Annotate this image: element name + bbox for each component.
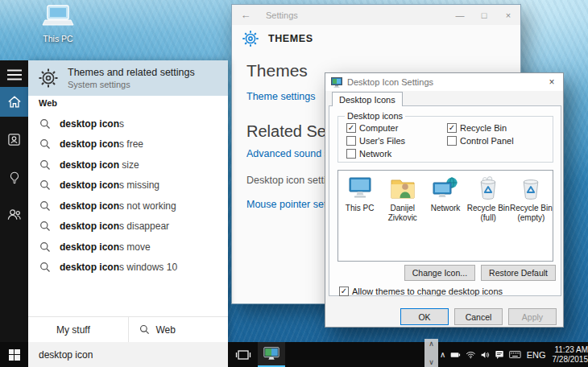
close-icon[interactable]: × bbox=[496, 5, 520, 25]
checkbox-computer[interactable]: ✓ Computer bbox=[346, 123, 398, 133]
settings-window-title: Settings bbox=[266, 10, 448, 20]
suggestion-rest: size bbox=[119, 159, 139, 171]
suggestion-rest: s disappear bbox=[119, 221, 169, 232]
checkbox-mark bbox=[346, 149, 356, 159]
change-icon-button[interactable]: Change Icon... bbox=[404, 265, 475, 281]
minimize-icon[interactable]: — bbox=[448, 5, 472, 25]
search-input[interactable] bbox=[28, 342, 228, 367]
preview-user-files[interactable]: Danijel Zivkovic bbox=[381, 171, 424, 261]
wifi-icon[interactable] bbox=[466, 349, 476, 361]
user-folder-icon bbox=[390, 176, 416, 200]
search-results-panel: Themes and related settings System setti… bbox=[28, 60, 228, 342]
checkbox-mark: ✓ bbox=[447, 123, 457, 133]
preview-this-pc[interactable]: This PC bbox=[338, 171, 381, 261]
theme-settings-link[interactable]: Theme settings bbox=[246, 91, 315, 102]
checkbox-label: Recycle Bin bbox=[460, 123, 507, 133]
task-view-button[interactable] bbox=[230, 342, 256, 367]
web-button[interactable]: Web bbox=[128, 317, 229, 342]
top-result-subtitle: System settings bbox=[68, 80, 195, 89]
suggestion-rest: s move bbox=[119, 241, 151, 253]
suggestion-rest: s missing bbox=[119, 179, 159, 191]
checkbox-control-panel[interactable]: Control Panel bbox=[447, 136, 514, 146]
search-icon bbox=[39, 138, 51, 150]
suggestion-rest: s bbox=[119, 118, 124, 130]
suggestion-bold: desktop icon bbox=[60, 179, 119, 191]
search-suggestion[interactable]: desktop icon size bbox=[28, 155, 228, 175]
chevron-down-icon[interactable]: ∨ bbox=[429, 358, 434, 366]
lightbulb-icon[interactable] bbox=[0, 170, 28, 186]
ok-button[interactable]: OK bbox=[400, 308, 449, 325]
search-icon bbox=[39, 159, 51, 171]
search-suggestion[interactable]: desktop icons free bbox=[28, 134, 228, 154]
gear-icon bbox=[38, 68, 59, 89]
search-panel-footer: My stuff Web bbox=[28, 316, 228, 342]
my-stuff-button[interactable]: My stuff bbox=[28, 317, 128, 342]
close-icon[interactable]: × bbox=[540, 76, 563, 88]
icon-preview-box: This PC Danijel Zivkovic bbox=[337, 170, 553, 262]
scrollbar[interactable]: ∧ ∨ bbox=[424, 339, 438, 367]
checkbox-label: Network bbox=[359, 149, 391, 159]
search-suggestion[interactable]: desktop icons bbox=[28, 114, 228, 134]
settings-header-title: THEMES bbox=[268, 33, 313, 44]
display-settings-icon bbox=[263, 345, 280, 362]
themes-section-title: Themes bbox=[246, 61, 308, 80]
checkbox-mark: ✓ bbox=[339, 287, 349, 296]
taskbar-clock[interactable]: 11:23 AM 7/28/2015 bbox=[553, 345, 588, 365]
allow-themes-checkbox[interactable]: ✓ Allow themes to change desktop icons bbox=[339, 287, 503, 296]
checkbox-network[interactable]: Network bbox=[346, 149, 391, 159]
search-icon bbox=[39, 200, 51, 212]
preview-recycle-bin-full[interactable]: Recycle Bin (full) bbox=[467, 171, 510, 261]
action-center-icon[interactable] bbox=[495, 348, 504, 361]
preview-label: This PC bbox=[338, 204, 381, 213]
start-button[interactable] bbox=[0, 342, 28, 367]
apply-button[interactable]: Apply bbox=[508, 308, 557, 325]
search-icon bbox=[139, 324, 150, 335]
desktop-screen: This PC ← Settings — □ × bbox=[0, 0, 588, 367]
cancel-button[interactable]: Cancel bbox=[454, 308, 503, 325]
volume-icon[interactable] bbox=[481, 349, 490, 361]
back-icon[interactable]: ← bbox=[232, 9, 259, 21]
search-suggestion[interactable]: desktop icons missing bbox=[28, 175, 228, 195]
checkbox-mark bbox=[447, 136, 457, 146]
notebook-icon[interactable] bbox=[0, 133, 28, 146]
checkbox-users-files[interactable]: User's Files bbox=[346, 136, 405, 146]
checkbox-label: Allow themes to change desktop icons bbox=[352, 287, 503, 296]
hidden-icons-chevron-icon[interactable]: ∧ bbox=[440, 350, 445, 359]
suggestion-rest: s windows 10 bbox=[119, 262, 177, 273]
top-search-result[interactable]: Themes and related settings System setti… bbox=[28, 60, 228, 96]
windows-logo-icon bbox=[39, 324, 50, 336]
desktop-icon-this-pc[interactable]: This PC bbox=[32, 5, 84, 43]
computer-icon bbox=[346, 176, 374, 200]
web-label: Web bbox=[156, 324, 176, 336]
search-suggestion[interactable]: desktop icons windows 10 bbox=[28, 258, 228, 277]
home-icon[interactable] bbox=[0, 87, 28, 117]
search-suggestion[interactable]: desktop icons disappear bbox=[28, 216, 228, 236]
my-stuff-label: My stuff bbox=[56, 324, 90, 336]
suggestion-rest: s free bbox=[119, 138, 143, 150]
checkbox-recycle-bin[interactable]: ✓ Recycle Bin bbox=[447, 123, 507, 133]
search-icon bbox=[39, 262, 51, 273]
preview-recycle-bin-empty[interactable]: Recycle Bin (empty) bbox=[510, 171, 553, 261]
tab-desktop-icons[interactable]: Desktop Icons bbox=[332, 92, 403, 106]
desktop-icon-settings-dialog: Desktop Icon Settings × Desktop Icons De… bbox=[325, 72, 564, 328]
search-icon bbox=[39, 179, 51, 191]
dialog-titlebar: Desktop Icon Settings × bbox=[325, 73, 563, 91]
preview-label: Recycle Bin (full) bbox=[467, 204, 510, 222]
restore-default-button[interactable]: Restore Default bbox=[481, 265, 556, 281]
display-icon bbox=[331, 77, 342, 88]
web-section-header: Web bbox=[39, 98, 57, 108]
battery-icon[interactable] bbox=[450, 349, 461, 361]
people-icon[interactable] bbox=[0, 208, 28, 221]
hamburger-icon[interactable] bbox=[0, 68, 28, 81]
search-panel-rail bbox=[0, 60, 28, 342]
search-suggestion[interactable]: desktop icons not working bbox=[28, 196, 228, 216]
language-indicator[interactable]: ENG bbox=[527, 350, 546, 360]
touch-keyboard-icon[interactable] bbox=[509, 348, 521, 361]
preview-network[interactable]: Network bbox=[424, 171, 466, 261]
maximize-icon[interactable]: □ bbox=[472, 5, 496, 25]
checkbox-mark bbox=[346, 136, 356, 146]
suggestion-rest: s not working bbox=[119, 200, 176, 212]
search-suggestion[interactable]: desktop icons move bbox=[28, 237, 228, 257]
chevron-up-icon[interactable]: ∧ bbox=[429, 340, 434, 348]
taskbar-app-display-settings[interactable] bbox=[258, 342, 285, 367]
